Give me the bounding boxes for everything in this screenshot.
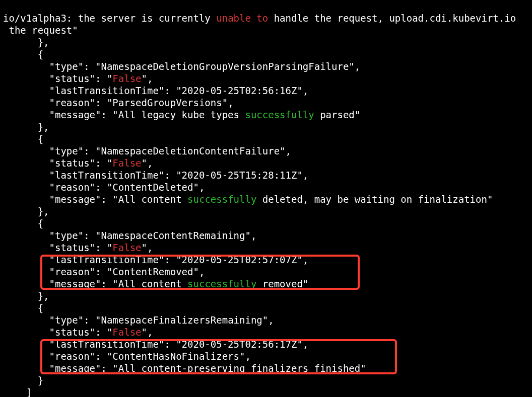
json-line: "lastTransitionTime": " [3,254,182,265]
json-line: "lastTransitionTime": " [3,339,182,350]
json-line: "reason": " [3,266,112,277]
time-value: 2020-05-25T02:56:16Z [182,85,297,96]
json-line: "message": " [3,109,118,120]
json-line: "message": " [3,278,118,289]
json-line: "lastTransitionTime": " [3,85,182,96]
json-line: "status": " [3,242,112,253]
bracket-close: ] [3,387,32,397]
json-line: "message": " [3,194,118,205]
json-line: "type": " [3,61,101,72]
json-line: "status": " [3,157,112,169]
time-value: 2020-05-25T02:57:07Z [182,254,297,265]
json-line: "type": " [3,314,101,326]
header-line-1b: unable to [216,13,268,24]
json-line: "reason": " [3,182,112,193]
json-line: "reason": " [3,351,112,362]
brace-open: { [3,218,43,229]
brace-open: { [3,302,43,313]
message-hl: successfully [187,278,256,289]
brace-open: { [3,133,43,144]
brace-open: { [3,49,43,60]
brace-close: }, [3,121,49,132]
status-value: False [112,242,141,253]
message-hl: successfully [187,194,256,205]
reason-value: ContentRemoved [112,266,193,277]
reason-value: ContentDeleted [112,182,193,193]
status-value: False [112,157,141,169]
json-line: "status": " [3,327,112,338]
json-line: "lastTransitionTime": " [3,170,182,181]
message-pre: All legacy kube types [118,109,245,120]
type-value: NamespaceDeletionContentFailure [101,145,280,156]
json-line: "status": " [3,73,112,84]
header-line-1a: io/v1alpha3: the server is currently [3,13,216,24]
brace-close: }, [3,290,49,301]
message-pre: All content [118,194,187,205]
time-value: 2020-05-25T02:56:17Z [182,339,297,350]
message-post: parsed [314,109,355,120]
json-line: "type": " [3,145,101,156]
json-line: "reason": " [3,97,112,108]
message-hl: successfully [245,109,314,120]
status-value: False [112,73,141,84]
brace-close: } [3,375,43,386]
reason-value: ContentHasNoFinalizers [112,351,239,362]
brace-close: }, [3,37,49,48]
header-line-2: the request" [3,25,78,36]
time-value: 2020-05-25T15:28:11Z [182,170,297,181]
message-pre: All content-preserving finalizers finish… [118,363,360,374]
type-value: NamespaceDeletionGroupVersionParsingFail… [101,61,349,72]
message-pre: All content [118,278,187,289]
reason-value: ParsedGroupVersions [112,97,222,108]
header-line-1c: handle the request, upload.cdi.kubevirt.… [268,13,516,24]
brace-close: }, [3,206,49,217]
type-value: NamespaceContentRemaining [101,230,245,241]
type-value: NamespaceFinalizersRemaining [101,314,262,326]
json-line: "type": " [3,230,101,241]
message-post: removed [256,278,303,289]
status-value: False [112,327,141,338]
json-line: "message": " [3,363,118,374]
terminal-output: io/v1alpha3: the server is currently una… [0,0,532,397]
message-post: deleted, may be waiting on finalization [256,194,487,205]
